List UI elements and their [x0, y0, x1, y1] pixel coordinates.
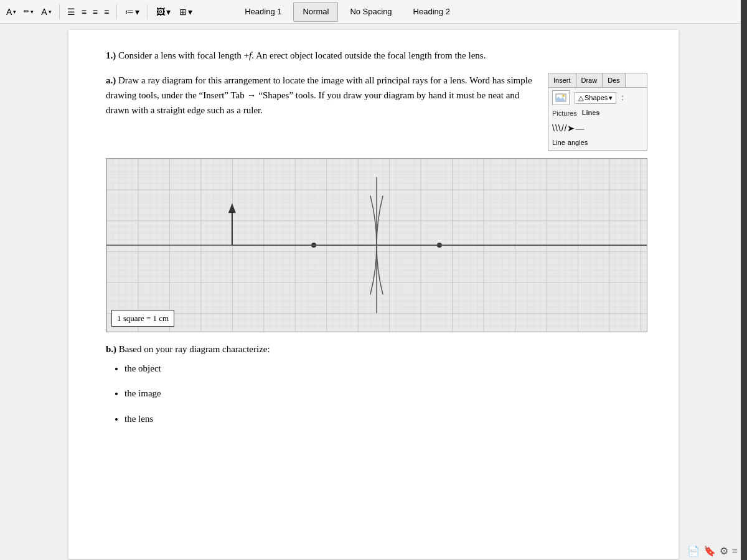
bullet-lens: the lens — [125, 414, 153, 424]
document-area: 1.) Consider a lens with focal length +f… — [68, 30, 679, 559]
style-no-spacing-button[interactable]: No Spacing — [341, 2, 401, 22]
font-a-button[interactable]: A ▾ — [4, 6, 19, 18]
line-diag3: \ — [558, 122, 561, 135]
settings-icon: ⚙ — [720, 545, 728, 557]
spacing-icon: 🖼 — [156, 7, 165, 17]
line-single: ― — [575, 122, 584, 135]
table-button[interactable]: ⊞ ▾ — [176, 6, 195, 18]
right-strip — [741, 0, 747, 560]
divider-2 — [116, 4, 117, 19]
image-icon — [555, 93, 566, 102]
shapes-row: △ Shapes ▾ : — [552, 90, 643, 105]
style-group: Heading 1 Normal No Spacing Heading 2 — [235, 2, 459, 22]
part-b-instruction: Based on your ray diagram characterize: — [119, 344, 270, 354]
part-b: b.) Based on your ray diagram characteri… — [106, 342, 647, 426]
angles-label: angles — [568, 138, 588, 148]
insert-panel: Insert Draw Des △ Shapes — [548, 73, 647, 151]
font-size-button[interactable]: ✏ ▾ — [21, 6, 36, 17]
question-number: 1.) — [106, 50, 116, 60]
colon-label: : — [621, 92, 623, 103]
shapes-icon: △ — [578, 94, 583, 102]
insert-tab-insert[interactable]: Insert — [548, 73, 576, 88]
shapes-chevron: ▾ — [609, 94, 613, 102]
align-justify-button[interactable]: ≡ — [101, 6, 111, 18]
align-right-button[interactable]: ≡ — [90, 6, 100, 18]
style-heading1-button[interactable]: Heading 1 — [235, 2, 291, 22]
font-a2-label: A — [41, 7, 47, 17]
list-button[interactable]: ≔ ▾ — [122, 6, 143, 18]
line-angle2: / — [565, 122, 567, 135]
part-a-instruction: Draw a ray diagram for this arrangement … — [106, 75, 532, 115]
part-a-paragraph: a.) Draw a ray diagram for this arrangem… — [106, 73, 538, 118]
list-chevron: ▾ — [135, 7, 139, 17]
table-icon: ⊞ — [179, 7, 187, 17]
font-a-chevron: ▾ — [13, 9, 16, 15]
insert-panel-tabs: Insert Draw Des — [548, 73, 647, 88]
list-icon: ≔ — [125, 7, 134, 17]
font-size-icon: ✏ — [24, 7, 29, 16]
font-a2-chevron: ▾ — [49, 9, 52, 15]
toolbar: A ▾ ✏ ▾ A ▾ ☰ ≡ ≡ ≡ ≔ ▾ 🖼 ▾ ⊞ ▾ Heading … — [0, 0, 747, 24]
line-angle1: / — [561, 122, 564, 135]
pictures-label: Pictures — [552, 108, 577, 119]
style-heading2-button[interactable]: Heading 2 — [404, 2, 459, 22]
list-item: the object — [125, 362, 647, 376]
part-b-label: b.) — [106, 344, 116, 354]
svg-marker-1 — [556, 96, 566, 101]
grid-diagram: 1 square = 1 cm — [106, 158, 647, 332]
image-placeholder — [552, 90, 570, 105]
line-angles-row: Line angles — [552, 138, 643, 148]
align-center-button[interactable]: ≡ — [79, 6, 89, 18]
pictures-row: Pictures Lines — [552, 108, 643, 119]
line-diag2: \ — [555, 122, 558, 135]
font-group: A ▾ ✏ ▾ A ▾ — [4, 6, 54, 18]
scale-label: 1 square = 1 cm — [111, 310, 174, 327]
bullet-object: the object — [125, 363, 161, 373]
spacing-button[interactable]: 🖼 ▾ — [153, 6, 174, 18]
question-title: 1.) Consider a lens with focal length +f… — [106, 49, 647, 63]
svg-point-2 — [562, 95, 565, 97]
font-size-chevron: ▾ — [31, 9, 34, 15]
grid-svg — [106, 159, 647, 332]
part-a-text: a.) Draw a ray diagram for this arrangem… — [106, 73, 538, 151]
part-a-label: a.) — [106, 75, 116, 85]
font-a-label: A — [6, 7, 12, 17]
shapes-button[interactable]: △ Shapes ▾ — [575, 92, 616, 104]
bullet-list: the object the image the lens — [125, 362, 647, 426]
lines-label: Lines — [582, 108, 600, 118]
list-item: the image — [125, 386, 647, 401]
table-chevron: ▾ — [188, 7, 192, 17]
part-a: a.) Draw a ray diagram for this arrangem… — [106, 73, 647, 151]
divider-1 — [59, 4, 60, 19]
menu-icon: ≡ — [732, 546, 738, 557]
lines-icons: \ \ \ / / ➤ ― — [552, 122, 643, 135]
insert-tab-draw[interactable]: Draw — [576, 73, 603, 88]
insert-panel-body: △ Shapes ▾ : Pictures Lines \ \ \ / / ➤ — [548, 88, 647, 150]
page-icon: 📄 — [687, 545, 700, 557]
spacing-chevron: ▾ — [166, 7, 171, 17]
line-angle3: ➤ — [567, 122, 575, 135]
question-text: Consider a lens with focal length +f. An… — [118, 50, 486, 60]
align-group: ☰ ≡ ≡ ≡ — [65, 6, 112, 18]
font-a2-button[interactable]: A ▾ — [39, 6, 54, 18]
bottom-right-icons: 📄 🔖 ⚙ ≡ — [687, 545, 738, 557]
part-b-title: b.) Based on your ray diagram characteri… — [106, 342, 647, 357]
list-item: the lens — [125, 412, 647, 426]
line-diag1: \ — [552, 122, 555, 135]
bullet-image: the image — [125, 388, 161, 398]
divider-3 — [148, 4, 148, 19]
line-label: Line — [552, 138, 565, 148]
bookmark-icon: 🔖 — [703, 545, 716, 557]
style-normal-button[interactable]: Normal — [293, 2, 338, 22]
insert-tab-des[interactable]: Des — [603, 73, 626, 88]
align-left-button[interactable]: ☰ — [65, 6, 78, 18]
shapes-label: Shapes — [585, 94, 608, 101]
